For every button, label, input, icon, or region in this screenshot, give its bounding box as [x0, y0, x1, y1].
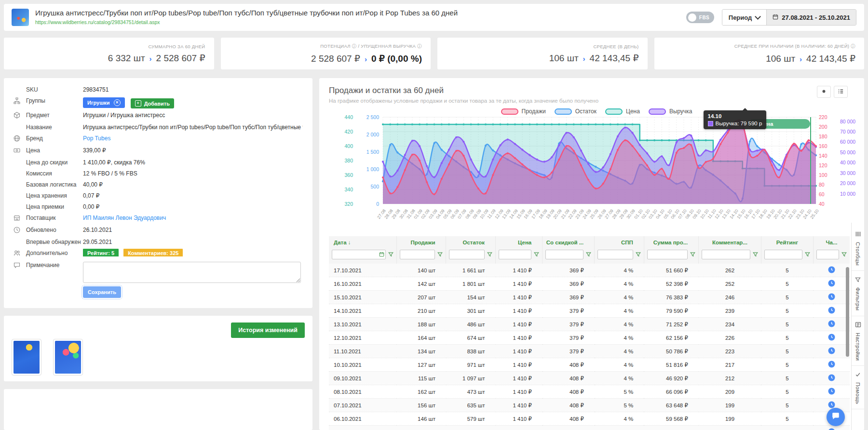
product-image[interactable]: [53, 339, 83, 376]
cell-СПП: 4 %: [595, 291, 644, 304]
filter-input[interactable]: [702, 250, 750, 259]
history-clock-button[interactable]: [828, 336, 835, 342]
history-button[interactable]: История изменений: [231, 322, 305, 338]
chart-plot[interactable]: 14.10 Выручка: 79 590 р * Смена 27.0828.…: [383, 117, 816, 204]
table-head: Дата ↓ПродажиОстатокЦенаСо скидкой ...СП…: [329, 236, 850, 264]
cell-Сумма про...: 59 568 ₽: [644, 412, 698, 426]
column-header-Дата[interactable]: Дата ↓: [329, 236, 396, 249]
column-header-Со скидкой ...[interactable]: Со скидкой ...: [542, 236, 595, 249]
history-clock-button[interactable]: [828, 349, 835, 355]
filter-cell: [644, 249, 698, 264]
history-clock-button[interactable]: [828, 309, 835, 315]
table-row[interactable]: 15.10.2021207 шт154 шт1 410 ₽369 ₽4 %76 …: [329, 291, 850, 304]
pin-button[interactable]: [817, 86, 831, 98]
filter-funnel-icon[interactable]: [388, 252, 393, 258]
filter-funnel-icon[interactable]: [636, 252, 641, 258]
filter-funnel-icon[interactable]: [753, 252, 758, 258]
column-header-Цена[interactable]: Цена: [496, 236, 542, 249]
cell-Сумма про...: 50 786 ₽: [644, 345, 698, 358]
legend-item-Продажи[interactable]: Продажи: [501, 108, 546, 115]
save-note-button[interactable]: Сохранить: [83, 286, 121, 298]
product-url-link[interactable]: https://www.wildberries.ru/catalog/29834…: [35, 19, 160, 25]
table-row[interactable]: 17.10.2021140 шт1 661 шт1 410 ₽369 ₽4 %5…: [329, 264, 850, 277]
filter-input[interactable]: [816, 250, 839, 259]
column-header-Комментар...[interactable]: Комментар...: [699, 236, 761, 249]
column-header-Сумма про...[interactable]: Сумма про...: [644, 236, 698, 249]
y-axis-tick: 50 000: [840, 149, 855, 155]
filter-input[interactable]: [332, 250, 386, 259]
table-row[interactable]: 09.10.2021115 шт1 097 шт1 410 ₽408 ₽4 %4…: [329, 372, 850, 385]
history-clock-button[interactable]: [828, 296, 835, 301]
filter-cell: [446, 249, 496, 264]
list-view-button[interactable]: [834, 86, 848, 98]
history-clock-button[interactable]: [828, 390, 835, 396]
side-tab-Помощь[interactable]: Помощь: [852, 366, 864, 410]
filter-input[interactable]: [499, 250, 531, 259]
table-row[interactable]: 06.10.2021146 шт579 шт1 410 ₽408 ₽4 %59 …: [329, 412, 850, 426]
table-scrollbar[interactable]: [846, 267, 849, 357]
detail-icon-empty: [14, 123, 26, 124]
period-label: Период: [729, 14, 752, 21]
column-header-СПП[interactable]: СПП: [595, 236, 644, 249]
table-row[interactable]: 16.10.2021142 шт1 801 шт1 410 ₽369 ₽4 %5…: [329, 277, 850, 291]
table-row[interactable]: 13.10.2021188 шт486 шт1 410 ₽379 ₽4 %71 …: [329, 318, 850, 331]
table-row[interactable]: 11.10.2021134 шт838 шт1 410 ₽379 ₽4 %50 …: [329, 345, 850, 358]
legend-item-Цена[interactable]: Цена: [605, 108, 640, 115]
history-clock-button[interactable]: [828, 322, 835, 328]
add-group-button[interactable]: +Добавить: [131, 98, 174, 108]
filter-input[interactable]: [647, 250, 688, 259]
column-header-Продажи[interactable]: Продажи: [396, 236, 446, 249]
cell-СПП: 4 %: [595, 331, 644, 345]
history-clock-button[interactable]: [828, 363, 835, 369]
filter-funnel-icon[interactable]: [487, 252, 492, 258]
filter-funnel-icon[interactable]: [690, 252, 695, 258]
table-row[interactable]: 12.10.2021164 шт674 шт1 410 ₽379 ₽4 %62 …: [329, 331, 850, 345]
date-range-button[interactable]: 27.08.2021 - 25.10.2021: [767, 10, 856, 25]
filter-funnel-icon[interactable]: [437, 252, 443, 258]
clock-icon: [14, 226, 26, 235]
detail-value: 0,00 ₽: [83, 202, 303, 210]
filter-funnel-icon[interactable]: [805, 252, 810, 258]
history-clock-button[interactable]: [828, 376, 835, 382]
chat-button[interactable]: [827, 408, 845, 426]
filter-input[interactable]: [400, 250, 435, 259]
filter-box: [647, 250, 695, 259]
info-badge: Рейтинг: 5: [83, 249, 119, 256]
filter-input[interactable]: [764, 250, 802, 259]
detail-icon-empty: [14, 158, 26, 159]
side-tab-Столбцы[interactable]: Столбцы: [852, 226, 864, 271]
product-image[interactable]: [12, 339, 41, 376]
filter-box: [597, 250, 641, 259]
remove-tag-icon[interactable]: ✕: [114, 99, 121, 106]
side-tab-Настройки[interactable]: Настройки: [852, 316, 864, 366]
group-tag[interactable]: Игрушки✕: [83, 97, 125, 108]
filter-funnel-icon[interactable]: [841, 252, 847, 258]
filter-funnel-icon[interactable]: [534, 252, 539, 258]
legend-item-Выручка[interactable]: Выручка: [649, 108, 692, 115]
column-header-Ча...[interactable]: Ча...: [813, 236, 850, 249]
filter-input[interactable]: [449, 250, 485, 259]
stat-value-units: 106 шт: [549, 53, 579, 64]
side-tab-Фильтры[interactable]: Фильтры: [852, 271, 864, 316]
column-header-Рейтинг[interactable]: Рейтинг: [761, 236, 813, 249]
table-row[interactable]: 10.10.2021127 шт971 шт1 410 ₽408 ₽4 %51 …: [329, 358, 850, 372]
note-textarea[interactable]: [83, 262, 301, 283]
cell-Остаток: 1 801 шт: [446, 277, 496, 291]
column-header-Остаток[interactable]: Остаток: [446, 236, 496, 249]
legend-item-Остаток[interactable]: Остаток: [555, 108, 597, 115]
detail-link[interactable]: Pop Tubes: [83, 135, 110, 142]
filter-funnel-icon[interactable]: [586, 252, 591, 258]
history-clock-button[interactable]: [828, 269, 835, 274]
detail-value: Игрушка антистресс/Трубки поп ит/Pop tub…: [83, 123, 303, 131]
table-row[interactable]: 14.10.2021210 шт301 шт1 410 ₽379 ₽4 %79 …: [329, 304, 850, 318]
history-clock-button[interactable]: [828, 282, 835, 288]
period-dropdown-button[interactable]: Период: [722, 10, 767, 25]
filter-input[interactable]: [545, 250, 583, 259]
table-row[interactable]: 05.10.202192 шт725 шт1 410 ₽408 ₽4 %37 5…: [329, 426, 850, 430]
filter-box: [702, 250, 758, 259]
detail-link[interactable]: ИП Маилян Левон Эдуардович: [83, 215, 166, 221]
table-row[interactable]: 08.10.2021162 шт473 шт1 410 ₽408 ₽5 %66 …: [329, 385, 850, 399]
filter-input[interactable]: [597, 250, 633, 259]
fbs-toggle[interactable]: FBS: [686, 12, 714, 23]
table-row[interactable]: 07.10.2021156 шт635 шт1 410 ₽408 ₽5 %63 …: [329, 399, 850, 412]
